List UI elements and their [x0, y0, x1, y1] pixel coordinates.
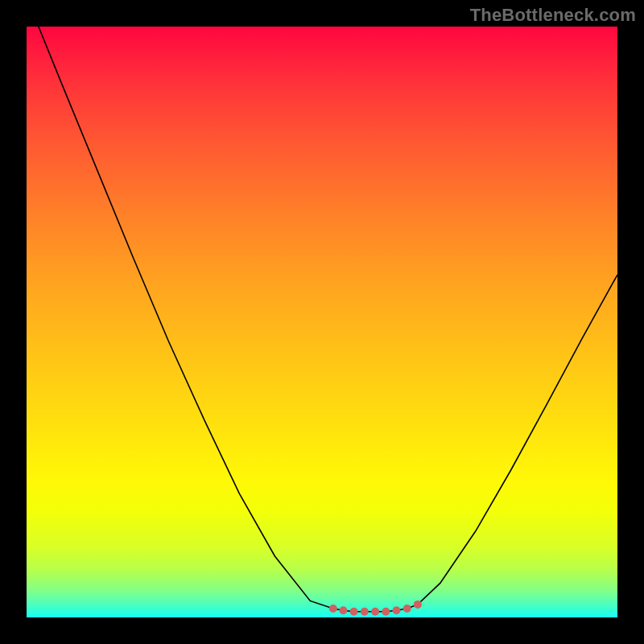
bottom-marker [339, 606, 347, 614]
bottom-marker [403, 605, 411, 613]
chart-frame: TheBottleneck.com [0, 0, 644, 644]
bottom-marker [371, 608, 379, 616]
chart-svg [27, 27, 617, 617]
bottleneck-curve [27, 0, 617, 612]
bottom-markers [329, 601, 422, 616]
watermark-label: TheBottleneck.com [470, 5, 636, 26]
bottom-marker [329, 605, 337, 613]
bottom-marker [393, 606, 401, 614]
bottom-marker [361, 608, 369, 616]
bottom-marker [382, 608, 390, 616]
bottom-marker [350, 608, 358, 616]
bottom-marker [414, 601, 422, 609]
